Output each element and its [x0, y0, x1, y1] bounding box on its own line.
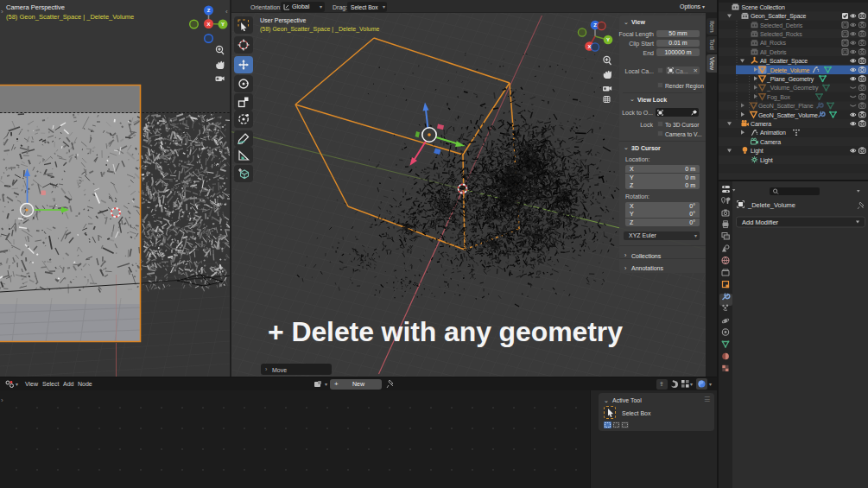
- svg-text:Scene Collection: Scene Collection: [742, 4, 785, 10]
- svg-text:_Plane_Geometry: _Plane_Geometry: [766, 76, 814, 83]
- svg-text:Camera: Camera: [751, 121, 771, 127]
- svg-text:GeoN_Scatter_Volume: GeoN_Scatter_Volume: [758, 112, 818, 119]
- svg-text:_Delete_Volume: _Delete_Volume: [766, 67, 810, 74]
- svg-text:Fog_Box: Fog_Box: [767, 94, 791, 101]
- svg-text:Selected_Rocks: Selected_Rocks: [760, 31, 802, 38]
- svg-text:Light: Light: [751, 148, 763, 155]
- svg-text:Y: Y: [606, 37, 610, 42]
- svg-text:Geon_Scatter_Space: Geon_Scatter_Space: [751, 13, 806, 20]
- svg-text:Camera Perspective: Camera Perspective: [6, 3, 65, 11]
- svg-text:All_Scatter_Space: All_Scatter_Space: [760, 58, 808, 65]
- svg-text:_Delete_Volume: _Delete_Volume: [747, 201, 795, 209]
- svg-text:Z: Z: [593, 22, 597, 28]
- svg-text:All_Debris: All_Debris: [760, 49, 787, 56]
- svg-text:X: X: [206, 22, 210, 27]
- svg-text:All_Rocks: All_Rocks: [760, 40, 786, 47]
- svg-text:Camera: Camera: [760, 139, 781, 145]
- svg-text:_Volume_Geometry: _Volume_Geometry: [766, 85, 819, 92]
- svg-text:Z: Z: [207, 8, 211, 13]
- svg-text:Add Modifier: Add Modifier: [742, 219, 779, 226]
- svg-text:›: ›: [1, 8, 3, 16]
- svg-text:(58) Geon_Scatter_Space | _Del: (58) Geon_Scatter_Space | _Delete_Volume: [6, 13, 134, 21]
- svg-text:Light: Light: [760, 157, 773, 164]
- svg-text:Y: Y: [221, 22, 225, 27]
- svg-text:Animation: Animation: [760, 130, 786, 136]
- svg-text:GeoN_Scatter_Plane: GeoN_Scatter_Plane: [758, 103, 814, 110]
- svg-text:Selected_Debris: Selected_Debris: [760, 22, 803, 29]
- svg-text:‹: ‹: [225, 8, 228, 16]
